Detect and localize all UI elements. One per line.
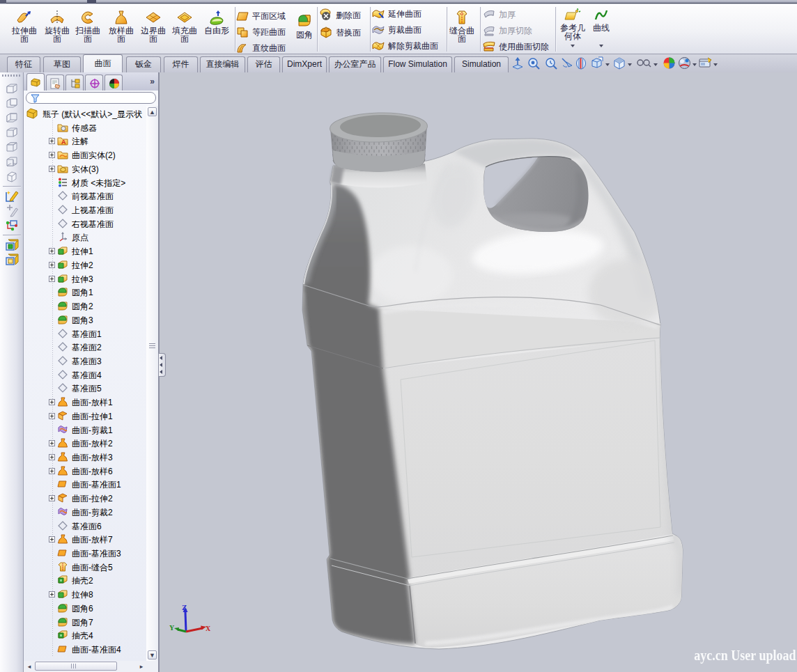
svg-text:A: A (61, 139, 66, 146)
svg-text:Y: Y (169, 624, 175, 632)
svg-text:Z: Z (182, 603, 187, 611)
svg-text:X: X (206, 625, 211, 632)
